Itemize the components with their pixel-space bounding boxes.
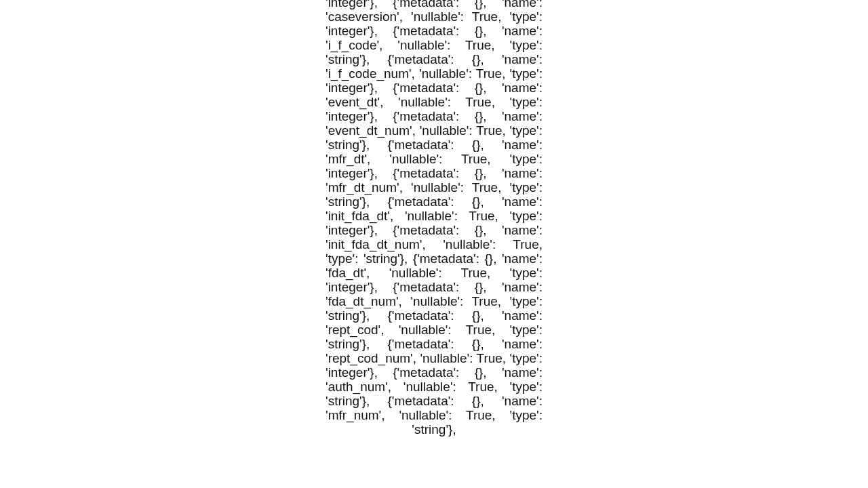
- page-container: 'name': 'caseid', 'nullable': True, 'typ…: [0, 0, 868, 488]
- schema-dump-text: 'name': 'caseid', 'nullable': True, 'typ…: [326, 0, 542, 436]
